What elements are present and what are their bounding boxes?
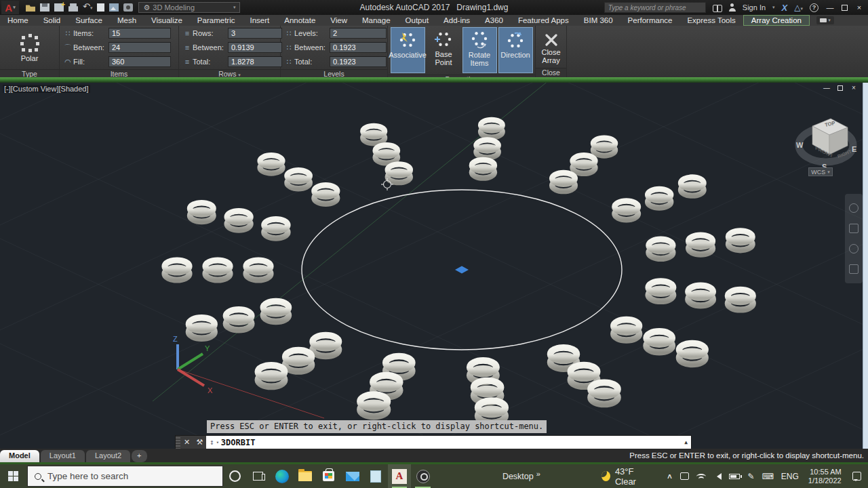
rotate-items-button[interactable]: Rotate Items (462, 27, 497, 73)
autocad-taskbar-button[interactable]: A (388, 464, 412, 488)
tab-solid[interactable]: Solid (36, 16, 68, 25)
command-line-bar[interactable]: ✕ ⚒ ↕ ▾ 3DORBIT ▲ (175, 435, 692, 449)
render-icon[interactable] (109, 3, 119, 12)
command-close-icon[interactable]: ✕ (180, 436, 193, 449)
weather-moon-icon[interactable] (601, 471, 610, 481)
mail-button[interactable] (340, 464, 364, 488)
tab-bim-360[interactable]: BIM 360 (576, 16, 620, 25)
notepad-button[interactable] (364, 464, 388, 488)
new-drawing-icon[interactable] (97, 3, 104, 12)
tab-manage[interactable]: Manage (355, 16, 398, 25)
items-input[interactable]: 15 (108, 28, 171, 39)
drawing-viewport[interactable]: ZYX [-][Custom View][Shaded] — × W S E T… (0, 83, 868, 449)
tab-layout2[interactable]: Layout2 (86, 450, 130, 462)
command-expand-icon[interactable]: ▲ (684, 439, 688, 445)
levels-total-input[interactable]: 0.1923 (330, 56, 387, 67)
zoom-icon[interactable] (849, 244, 859, 253)
tab-annotate[interactable]: Annotate (277, 16, 323, 25)
levels-between-input[interactable]: 0.1923 (330, 42, 387, 53)
tab-output[interactable]: Output (398, 16, 437, 25)
tab-array-creation[interactable]: Array Creation (743, 15, 810, 26)
pan-icon[interactable] (849, 224, 859, 233)
customize-wrench-icon[interactable]: ⚒ (193, 436, 206, 449)
chevron-down-icon[interactable]: ▾ (772, 5, 775, 10)
navigation-bar[interactable] (845, 194, 863, 283)
vp-restore-button[interactable] (837, 85, 843, 91)
wifi-icon[interactable] (696, 474, 706, 479)
exchange-apps-icon[interactable]: X (782, 3, 788, 13)
file-explorer-button[interactable] (294, 464, 317, 488)
tab-model[interactable]: Model (0, 450, 39, 462)
base-point-button[interactable]: Base Point (427, 27, 461, 73)
orbit-icon[interactable] (849, 264, 859, 274)
save-as-icon[interactable] (54, 3, 64, 12)
viewport-canvas[interactable]: ZYX (0, 83, 868, 449)
navigation-wheel-icon[interactable] (849, 203, 859, 213)
start-button[interactable] (0, 464, 27, 488)
plot-icon[interactable] (68, 3, 78, 12)
volume-icon[interactable] (713, 473, 722, 480)
undo-icon[interactable]: ↶▾ (83, 3, 92, 12)
sign-in-button[interactable]: Sign In (743, 3, 766, 12)
tab-home[interactable]: Home (0, 16, 36, 25)
command-bar-grip[interactable] (176, 436, 180, 449)
between-input[interactable]: 24 (108, 42, 171, 53)
cortana-button[interactable] (223, 464, 247, 488)
tab-featured-apps[interactable]: Featured Apps (511, 16, 576, 25)
battery-icon[interactable] (729, 474, 740, 479)
tab-add-ins[interactable]: Add-ins (436, 16, 477, 25)
minimize-button[interactable]: — (825, 3, 835, 12)
tab-visualize[interactable]: Visualize (144, 16, 190, 25)
keyword-search-input[interactable]: Type a keyword or phrase (604, 2, 706, 13)
tab-insert[interactable]: Insert (242, 16, 277, 25)
vp-minimize-button[interactable]: — (822, 84, 831, 92)
language-indicator[interactable]: ENG (781, 472, 799, 481)
restore-button[interactable] (842, 5, 848, 11)
recent-commands-icon[interactable]: ↕ (210, 438, 214, 447)
close-array-button[interactable]: Close Array (536, 30, 566, 64)
task-view-button[interactable] (247, 464, 271, 488)
desktop-chevron-icon[interactable]: » (536, 470, 540, 478)
save-icon[interactable] (40, 3, 50, 12)
tab-mesh[interactable]: Mesh (110, 16, 144, 25)
taskbar-search-input[interactable]: Type here to search (27, 466, 223, 487)
clock[interactable]: 10:55 AM 1/18/2022 (808, 468, 842, 485)
polar-type-button[interactable]: Polar (8, 27, 52, 68)
rows-input[interactable]: 3 (228, 28, 282, 39)
tab-layout1[interactable]: Layout1 (41, 450, 85, 462)
autocad-logo[interactable]: A▾ (1, 1, 19, 14)
close-button[interactable]: × (854, 3, 864, 12)
screen-record-icon[interactable]: ▾ (816, 16, 834, 24)
tab-performance[interactable]: Performance (620, 16, 680, 25)
desktop-toolbar[interactable]: Desktop » (502, 472, 540, 481)
tab-view[interactable]: View (323, 16, 355, 25)
edge-button[interactable] (270, 464, 294, 488)
new-layout-button[interactable]: + (132, 450, 146, 462)
camera-icon[interactable] (123, 3, 133, 12)
vp-close-button[interactable]: × (849, 84, 859, 92)
associative-button[interactable]: Associative (391, 27, 425, 73)
levels-input[interactable]: 2 (330, 28, 387, 39)
tab-surface[interactable]: Surface (68, 16, 110, 25)
touch-keyboard-icon[interactable]: ⌨ (762, 472, 773, 481)
panel-title-close[interactable]: Close (536, 68, 566, 77)
store-button[interactable] (317, 464, 341, 488)
rows-total-input[interactable]: 1.8278 (228, 56, 282, 67)
help-icon[interactable]: ? (810, 3, 818, 12)
obs-button[interactable] (411, 464, 435, 488)
wcs-dropdown[interactable]: WCS▾ (808, 167, 833, 176)
open-icon[interactable] (26, 3, 35, 12)
viewport-scrollbar[interactable] (863, 83, 868, 449)
hidden-icons-chevron[interactable]: ∧ (667, 472, 673, 481)
pen-icon[interactable]: ✎ (747, 472, 754, 481)
tab-a360[interactable]: A360 (477, 16, 511, 25)
tab-parametric[interactable]: Parametric (190, 16, 243, 25)
weather-text[interactable]: 43°F Clear (615, 466, 652, 487)
direction-button[interactable]: Direction (498, 27, 533, 73)
fill-input[interactable]: 360 (108, 56, 171, 67)
view-cube[interactable]: W S E TOP FRONT RIGHT (795, 107, 860, 175)
a360-icon[interactable]: △▾ (794, 3, 803, 12)
command-input[interactable]: ↕ ▾ 3DORBIT ▲ (206, 436, 691, 449)
action-center-icon[interactable] (852, 472, 861, 481)
viewport-controls-label[interactable]: [-][Custom View][Shaded] (3, 85, 90, 93)
